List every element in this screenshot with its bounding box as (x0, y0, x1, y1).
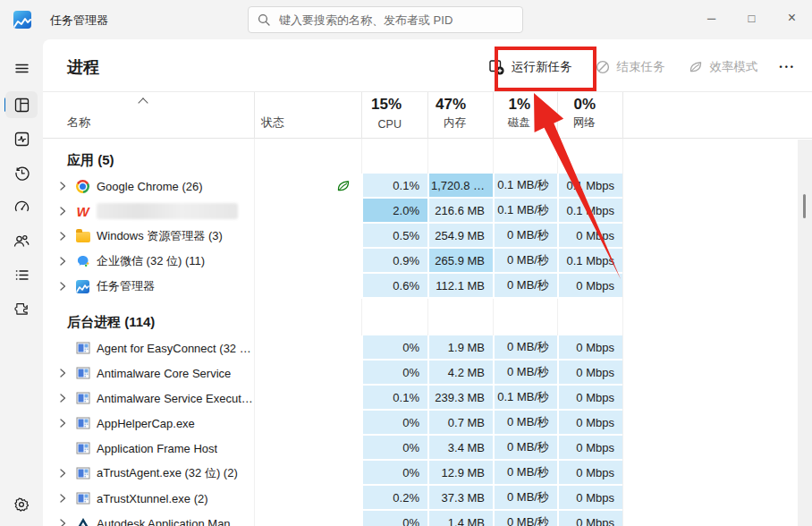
performance-icon (14, 132, 30, 147)
sidebar-item-details[interactable] (5, 261, 38, 288)
table-row[interactable]: aTrustAgent.exe (32 位) (2) 0% 12.9 MB 0 … (43, 461, 798, 486)
column-header-row: 名称 状态 15% CPU 47% 内存 1% 磁盘 0% 网络 (43, 92, 812, 139)
table-row[interactable]: Antimalware Core Service 0% 4.2 MB 0 MB/… (43, 361, 798, 386)
app-logo-icon (13, 11, 31, 29)
disk-cell: 0.1 MB/秒 (493, 386, 557, 411)
group-header[interactable]: 后台进程 (114) (43, 309, 798, 335)
name-cell: Windows 资源管理器 (3) (43, 224, 254, 249)
chevron-right-icon[interactable] (57, 393, 68, 403)
process-name: Antimalware Service Execut… (97, 392, 253, 405)
search-input[interactable] (279, 13, 513, 27)
chrome-icon (75, 179, 90, 194)
memory-cell: 112.1 MB (427, 274, 493, 299)
process-name: Windows 资源管理器 (3) (97, 228, 223, 244)
minimize-button[interactable]: ─ (691, 0, 732, 36)
gauge-icon (14, 199, 30, 215)
memory-cell: 12.9 MB (427, 461, 493, 486)
chevron-right-icon[interactable] (57, 181, 68, 191)
more-options-button[interactable]: ••• (773, 56, 803, 78)
cpu-cell: 0% (361, 461, 427, 486)
sidebar-item-performance[interactable] (5, 125, 38, 152)
disk-cell: 0 MB/秒 (493, 249, 557, 274)
chevron-right-icon[interactable] (57, 368, 68, 378)
end-task-icon (596, 60, 610, 74)
table-row[interactable]: aTrustXtunnel.exe (2) 0.2% 37.3 MB 0 MB/… (43, 486, 798, 511)
column-cpu[interactable]: CPU (378, 118, 402, 131)
window-icon (75, 341, 90, 356)
memory-cell: 4.2 MB (427, 361, 493, 386)
sidebar-item-services[interactable] (5, 295, 38, 322)
group-header[interactable]: 应用 (5) (43, 147, 798, 174)
window-title: 任务管理器 (50, 13, 108, 29)
scrollbar-thumb[interactable] (803, 194, 806, 218)
maximize-button[interactable]: □ (732, 0, 772, 36)
table-row[interactable]: 任务管理器 0.6% 112.1 MB 0 MB/秒 0 Mbps (43, 274, 798, 299)
name-cell: aTrustXtunnel.exe (2) (43, 486, 254, 511)
chevron-right-icon[interactable] (57, 231, 68, 242)
column-mem[interactable]: 内存 (444, 115, 466, 131)
chevron-right-icon[interactable] (57, 518, 68, 526)
search-box[interactable] (248, 6, 523, 33)
chevron-right-icon[interactable] (57, 418, 68, 428)
mem-total: 47% (436, 96, 466, 114)
column-net[interactable]: 网络 (573, 115, 596, 131)
cpu-cell: 0.9% (361, 249, 427, 274)
network-cell: 0 Mbps (557, 361, 622, 386)
table-row[interactable]: Antimalware Service Execut… 0.1% 239.3 M… (43, 386, 798, 411)
chevron-right-icon[interactable] (57, 256, 68, 267)
column-name[interactable]: 名称 (67, 115, 90, 131)
table-row[interactable]: W 2.0% 216.6 MB 0.1 MB/秒 0.1 Mbps (43, 199, 798, 224)
table-row[interactable]: Autodesk Application Man… 0% 1.4 MB 0 MB… (43, 511, 798, 526)
network-cell: 0 Mbps (557, 511, 622, 526)
chevron-right-icon[interactable] (57, 343, 68, 353)
status-cell (254, 511, 361, 526)
window-icon (75, 441, 90, 456)
window-icon (75, 366, 90, 381)
cpu-cell: 0% (361, 511, 427, 526)
table-row[interactable]: Agent for EasyConnect (32 … 0% 1.9 MB 0 … (43, 335, 798, 361)
disk-total: 1% (508, 96, 530, 114)
table-row[interactable]: 企业微信 (32 位) (11) 0.9% 265.9 MB 0 MB/秒 0.… (43, 249, 798, 274)
redacted-process-name (97, 203, 238, 219)
chevron-right-icon[interactable] (57, 206, 68, 216)
chevron-right-icon[interactable] (57, 281, 68, 292)
sidebar-item-settings[interactable] (5, 491, 38, 518)
table-row[interactable]: Windows 资源管理器 (3) 0.5% 254.9 MB 0 MB/秒 0… (43, 224, 798, 249)
memory-cell: 0.7 MB (427, 411, 493, 436)
sidebar-item-users[interactable] (5, 227, 38, 254)
process-table: 应用 (5) Google Chrome (26) 0.1% 1,720.8 …… (43, 139, 798, 526)
wecom-icon (75, 254, 90, 269)
run-new-task-button[interactable]: 运行新任务 (480, 53, 581, 81)
chevron-right-icon[interactable] (57, 493, 68, 504)
close-button[interactable]: × (772, 0, 812, 36)
disk-cell: 0 MB/秒 (493, 335, 557, 361)
cpu-cell: 0% (361, 411, 427, 436)
folder-icon (75, 229, 90, 244)
details-icon (14, 267, 30, 283)
column-disk[interactable]: 磁盘 (508, 115, 530, 131)
process-name: aTrustAgent.exe (32 位) (2) (97, 465, 238, 481)
table-row[interactable]: AppHelperCap.exe 0% 0.7 MB 0 MB/秒 0 Mbps (43, 411, 798, 436)
table-row[interactable]: Application Frame Host 0% 3.4 MB 0 MB/秒 … (43, 436, 798, 461)
sidebar-item-startup-apps[interactable] (5, 193, 38, 220)
disk-cell: 0 MB/秒 (493, 486, 557, 511)
history-icon (14, 165, 30, 181)
chevron-right-icon[interactable] (57, 468, 68, 479)
scrollbar-track[interactable] (798, 140, 812, 526)
window-icon (75, 466, 90, 481)
name-cell: Google Chrome (26) (43, 174, 254, 199)
sidebar-item-menu[interactable] (5, 55, 38, 81)
sidebar-item-processes[interactable] (5, 91, 38, 118)
network-cell: 0 Mbps (557, 461, 622, 486)
network-cell: 0 Mbps (557, 274, 622, 299)
network-cell: 0 Mbps (557, 335, 622, 361)
table-row[interactable]: Google Chrome (26) 0.1% 1,720.8 … 0.1 MB… (43, 174, 798, 199)
process-name: Antimalware Core Service (97, 367, 231, 380)
process-name: aTrustXtunnel.exe (2) (97, 492, 208, 505)
window-icon (75, 391, 90, 406)
chevron-right-icon[interactable] (57, 443, 68, 454)
disk-cell: 0 MB/秒 (493, 411, 557, 436)
process-name: Agent for EasyConnect (32 … (97, 342, 251, 355)
sidebar-item-app-history[interactable] (5, 159, 38, 186)
column-status[interactable]: 状态 (261, 115, 284, 131)
